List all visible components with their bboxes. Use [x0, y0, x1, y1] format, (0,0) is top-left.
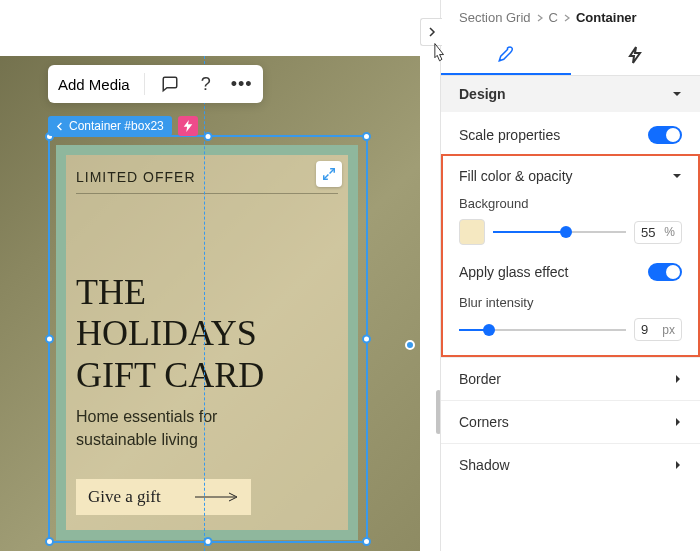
scale-section: Scale properties: [441, 112, 700, 154]
shadow-label: Shadow: [459, 457, 510, 473]
blur-input[interactable]: 9 px: [634, 318, 682, 341]
blur-unit: px: [662, 323, 675, 337]
background-label: Background: [459, 196, 682, 211]
corners-label: Corners: [459, 414, 509, 430]
fill-opacity-header[interactable]: Fill color & opacity: [459, 168, 682, 184]
corners-row[interactable]: Corners: [441, 400, 700, 443]
blur-row: 9 px: [459, 318, 682, 341]
panel-tabs: [441, 35, 700, 76]
brush-icon: [497, 45, 515, 63]
caret-right-icon: [675, 460, 682, 470]
design-accordion-header[interactable]: Design: [441, 76, 700, 112]
more-icon[interactable]: •••: [231, 73, 253, 95]
background-swatch[interactable]: [459, 219, 485, 245]
inspector-panel: Section Grid C Container Design Scale pr…: [440, 0, 700, 551]
chevron-right-icon: [564, 14, 570, 22]
chevron-right-icon: [537, 14, 543, 22]
lightning-button[interactable]: [178, 116, 198, 136]
container-tag-label: Container #box23: [69, 119, 164, 133]
selection-tag-row: Container #box23: [48, 116, 198, 136]
tab-design[interactable]: [441, 35, 571, 75]
blur-value: 9: [641, 322, 648, 337]
opacity-value: 55: [641, 225, 655, 240]
apply-glass-label: Apply glass effect: [459, 264, 568, 280]
selection-outline: [48, 135, 368, 543]
border-label: Border: [459, 371, 501, 387]
background-row: 55 %: [459, 219, 682, 245]
blur-slider[interactable]: [459, 320, 626, 340]
shadow-row[interactable]: Shadow: [441, 443, 700, 486]
resize-handle-w[interactable]: [45, 335, 54, 344]
resize-handle-se[interactable]: [362, 537, 371, 546]
opacity-input[interactable]: 55 %: [634, 221, 682, 244]
opacity-slider-knob[interactable]: [560, 226, 572, 238]
scale-properties-label: Scale properties: [459, 127, 560, 143]
chevron-left-icon: [56, 122, 65, 131]
pointer-cursor-icon: [428, 42, 448, 69]
caret-right-icon: [675, 374, 682, 384]
toolbar-divider: [144, 73, 145, 95]
chat-icon[interactable]: [159, 73, 181, 95]
breadcrumb-item[interactable]: C: [549, 10, 558, 25]
breadcrumb-item[interactable]: Section Grid: [459, 10, 531, 25]
container-tag[interactable]: Container #box23: [48, 116, 172, 136]
lightning-icon: [627, 46, 643, 64]
border-row[interactable]: Border: [441, 357, 700, 400]
resize-handle-ne[interactable]: [362, 132, 371, 141]
apply-glass-toggle[interactable]: [648, 263, 682, 281]
help-icon[interactable]: ?: [195, 73, 217, 95]
breadcrumb-current: Container: [576, 10, 637, 25]
blur-slider-knob[interactable]: [483, 324, 495, 336]
scale-properties-toggle[interactable]: [648, 126, 682, 144]
floating-toolbar: Add Media ? •••: [48, 65, 263, 103]
add-media-button[interactable]: Add Media: [58, 76, 130, 93]
design-accordion-label: Design: [459, 86, 506, 102]
resize-handle-sw[interactable]: [45, 537, 54, 546]
canvas-topbar: [0, 0, 420, 56]
fill-opacity-highlight: Fill color & opacity Background 55 % App…: [441, 154, 700, 357]
resize-handle-n[interactable]: [204, 132, 213, 141]
opacity-unit: %: [664, 225, 675, 239]
lightning-icon: [183, 120, 193, 132]
caret-down-icon: [672, 91, 682, 98]
caret-down-icon: [672, 173, 682, 180]
resize-handle-e[interactable]: [362, 335, 371, 344]
fill-opacity-label: Fill color & opacity: [459, 168, 573, 184]
canvas-area[interactable]: Add Media ? ••• Container #box23 LIMITED…: [0, 0, 420, 551]
tab-interactions[interactable]: [571, 35, 701, 75]
caret-right-icon: [675, 417, 682, 427]
breadcrumb: Section Grid C Container: [441, 0, 700, 35]
resize-handle-s[interactable]: [204, 537, 213, 546]
opacity-slider[interactable]: [493, 222, 626, 242]
blur-label: Blur intensity: [459, 295, 682, 310]
chevron-right-icon: [428, 27, 436, 37]
mid-anchor[interactable]: [405, 340, 415, 350]
